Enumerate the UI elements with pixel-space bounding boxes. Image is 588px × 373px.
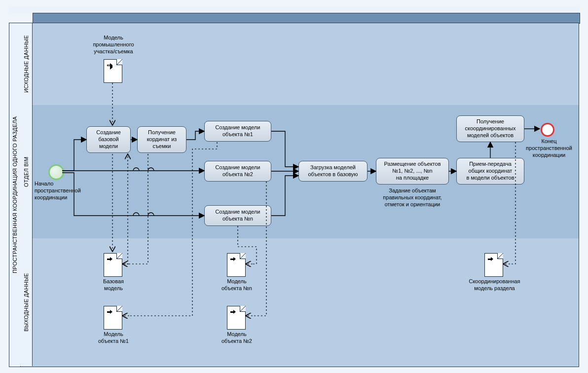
pool-title-strip: ПРОСТРАНСТВЕННАЯ КООРДИНАЦИЯ ОДНОГО РАЗД… [9, 23, 21, 367]
task-create-model-2: Создание модели объекта №2 [204, 161, 271, 182]
data-object-input-survey [104, 59, 122, 83]
task-exchange-coords: Прием-передача общих координат в модели … [456, 158, 524, 185]
data-object-base-model [104, 253, 122, 277]
task-get-survey-coords: Получение кординат из съемки [137, 126, 186, 153]
lane-label-bim-text: ОТДЕЛ BIM [20, 105, 32, 238]
task-place-objects-note: Задание объектам правильных координат, о… [376, 187, 449, 208]
start-event [48, 164, 64, 180]
data-object-coordinated-model [484, 253, 503, 277]
lane-label-output-text: ВЫХОДНЫЕ ДАННЫЕ [20, 238, 32, 366]
data-object-base-model-label: Базовая модель [94, 278, 133, 292]
lane-label-bim: ОТДЕЛ BIM [20, 105, 33, 238]
end-event [541, 123, 554, 137]
end-event-label: Конец пространственной координации [522, 138, 576, 158]
start-event-label: Начало пространственной координации [35, 181, 94, 201]
task-place-objects: Размещение объектов №1, №2, ..., №n на п… [376, 158, 449, 185]
lane-label-output: ВЫХОДНЫЕ ДАННЫЕ [20, 238, 33, 366]
pool-header-tab [33, 13, 580, 24]
data-object-model-n-label: Модель объекта №n [217, 278, 257, 292]
task-create-model-1: Создание модели объекта №1 [204, 121, 271, 142]
data-object-model-1 [104, 306, 122, 330]
pool-title: ПРОСТРАНСТВЕННАЯ КООРДИНАЦИЯ ОДНОГО РАЗД… [9, 23, 20, 367]
data-object-model-1-label: Модель объекта №1 [91, 331, 136, 345]
data-object-coordinated-model-label: Скоординированная модель раздела [459, 278, 530, 292]
task-create-base-model: Создание базовой модели [86, 126, 131, 153]
task-create-model-n: Создание модели объекта №n [204, 205, 271, 226]
data-object-model-2 [227, 306, 246, 330]
task-load-models-to-base: Загрузка моделей объектов в базовую [298, 161, 368, 182]
data-object-model-n [227, 253, 246, 277]
data-object-input-survey-label: Модель промышленного участка/съемка [81, 35, 146, 55]
data-object-model-2-label: Модель объекта №2 [217, 331, 257, 345]
top-margin [9, 7, 579, 13]
lane-label-input: ИСХОДНЫЕ ДАННЫЕ [20, 23, 33, 105]
task-get-coordinated-models: Получение скоординированных моделей объе… [456, 115, 524, 142]
diagram-frame: ПРОСТРАНСТВЕННАЯ КООРДИНАЦИЯ ОДНОГО РАЗД… [0, 0, 588, 373]
lane-label-input-text: ИСХОДНЫЕ ДАННЫЕ [20, 23, 32, 105]
